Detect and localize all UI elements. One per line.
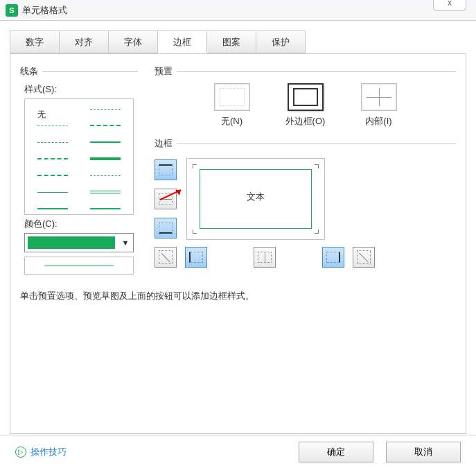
- tab-pattern[interactable]: 图案: [206, 31, 256, 53]
- line-style-1[interactable]: [79, 101, 132, 117]
- line-style-10[interactable]: [26, 184, 79, 200]
- play-icon: ▷: [15, 447, 26, 458]
- line-style-9[interactable]: [79, 167, 132, 184]
- line-color-fill: [28, 236, 115, 249]
- line-color-picker[interactable]: ▼: [24, 233, 134, 252]
- border-diagonal-down-button[interactable]: [353, 247, 375, 268]
- line-style-7[interactable]: [79, 150, 132, 167]
- line-style-13[interactable]: [79, 200, 132, 217]
- line-style-5[interactable]: [79, 134, 132, 150]
- line-style-picker[interactable]: 无: [24, 98, 134, 215]
- line-style-3[interactable]: [79, 117, 132, 134]
- tab-font[interactable]: 字体: [108, 31, 158, 53]
- line-preview-swatch: [24, 257, 134, 275]
- border-legend: 边框: [155, 137, 177, 150]
- ok-button[interactable]: 确定: [299, 442, 373, 462]
- dialog-title: 单元格格式: [22, 4, 67, 17]
- line-style-12[interactable]: [26, 200, 79, 217]
- tab-content: 线条 样式(S): 无: [10, 54, 466, 434]
- line-style-8[interactable]: [26, 167, 79, 184]
- border-preview[interactable]: 文本: [186, 158, 325, 240]
- line-style-6[interactable]: [26, 150, 79, 167]
- border-vertical-button[interactable]: [254, 247, 276, 268]
- line-style-11[interactable]: [79, 184, 132, 200]
- dialog-footer: ▷ 操作技巧 确定 取消: [0, 435, 476, 468]
- tab-number[interactable]: 数字: [10, 31, 60, 53]
- border-diagonal-up-button[interactable]: [155, 247, 177, 268]
- tabstrip: 数字 对齐 字体 边框 图案 保护: [10, 31, 466, 54]
- app-icon: S: [6, 4, 18, 17]
- preset-outer[interactable]: 外边框(O): [281, 83, 330, 128]
- tips-label: 操作技巧: [30, 446, 67, 458]
- border-right-button[interactable]: [322, 247, 344, 268]
- close-button[interactable]: x: [433, 0, 466, 11]
- titlebar: S 单元格格式 x: [0, 0, 476, 21]
- preset-legend: 预置: [155, 65, 177, 78]
- line-style-none[interactable]: 无: [26, 101, 79, 117]
- hint-text: 单击预置选项、预览草图及上面的按钮可以添加边框样式。: [20, 290, 456, 302]
- tips-link[interactable]: ▷ 操作技巧: [15, 446, 67, 458]
- tab-protect[interactable]: 保护: [256, 31, 306, 53]
- preview-text: 文本: [187, 191, 324, 203]
- style-label: 样式(S):: [24, 83, 138, 96]
- line-legend: 线条: [20, 65, 42, 78]
- border-top-button[interactable]: [155, 159, 177, 180]
- line-style-4[interactable]: [26, 134, 79, 150]
- tab-border[interactable]: 边框: [157, 31, 207, 53]
- border-bottom-button[interactable]: [155, 218, 177, 239]
- preset-none[interactable]: 无(N): [207, 83, 257, 128]
- border-horizontal-button[interactable]: [155, 189, 177, 209]
- border-left-button[interactable]: [185, 247, 207, 268]
- line-style-2[interactable]: [26, 117, 79, 134]
- cancel-button[interactable]: 取消: [386, 442, 461, 462]
- tab-align[interactable]: 对齐: [59, 31, 109, 53]
- color-label: 颜色(C):: [24, 218, 138, 230]
- chevron-down-icon: ▼: [118, 239, 133, 247]
- preset-inner[interactable]: 内部(I): [354, 83, 404, 128]
